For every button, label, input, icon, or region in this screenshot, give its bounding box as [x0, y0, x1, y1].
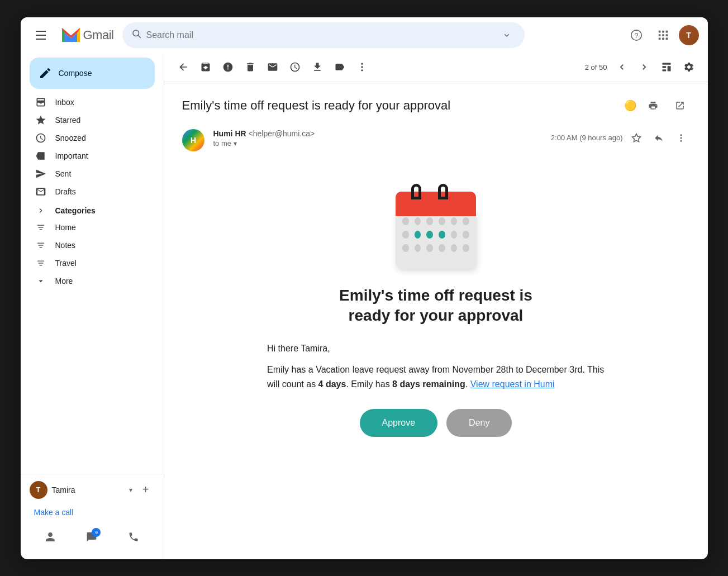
svg-point-15 — [361, 66, 363, 68]
external-link-button[interactable] — [670, 96, 690, 116]
sidebar-item-drafts[interactable]: Drafts — [21, 183, 155, 201]
print-button[interactable] — [643, 96, 663, 116]
snooze-button[interactable] — [285, 57, 305, 77]
sender-info: Humi HR <helper@humi.ca> to me ▾ — [213, 129, 542, 147]
search-dropdown-button[interactable] — [498, 26, 516, 44]
settings-button[interactable] — [679, 57, 699, 77]
svg-rect-4 — [658, 30, 660, 32]
search-input[interactable] — [146, 30, 493, 40]
search-icon — [131, 28, 141, 41]
menu-button[interactable] — [30, 24, 52, 46]
svg-rect-8 — [662, 34, 664, 36]
user-avatar-button[interactable]: T — [679, 25, 699, 45]
sender-avatar: H — [182, 129, 204, 151]
apps-button[interactable] — [652, 24, 674, 46]
svg-rect-19 — [662, 69, 666, 71]
add-account-button[interactable]: + — [137, 481, 155, 499]
svg-point-25 — [680, 137, 682, 139]
top-right-icons: ? T — [625, 24, 699, 46]
forward-arrow-icon: 🟡 — [624, 99, 636, 112]
more-actions-button[interactable] — [352, 57, 372, 77]
svg-point-26 — [680, 140, 682, 141]
svg-point-16 — [361, 69, 363, 71]
contacts-button[interactable] — [39, 526, 61, 548]
account-row: T Tamira ▾ + — [21, 479, 164, 501]
gmail-logo-text: Gmail — [83, 28, 114, 42]
travel-label-icon — [35, 258, 46, 269]
next-email-button[interactable] — [634, 57, 654, 77]
email-body: Emily's time off request is ready for yo… — [240, 165, 631, 473]
sidebar-item-snoozed[interactable]: Snoozed — [21, 129, 155, 147]
email-subject: Emily's time off request is ready for yo… — [182, 98, 617, 113]
help-button[interactable]: ? — [625, 24, 648, 46]
approve-button[interactable]: Approve — [360, 409, 438, 437]
search-bar — [122, 22, 525, 48]
account-avatar: T — [30, 481, 47, 499]
svg-rect-11 — [662, 37, 664, 40]
spam-button[interactable] — [218, 57, 238, 77]
sidebar-item-important[interactable]: Important — [21, 147, 155, 165]
svg-line-1 — [139, 35, 141, 37]
sidebar-item-inbox[interactable]: Inbox — [21, 93, 155, 111]
compose-plus-icon — [39, 66, 52, 80]
calendar-visual — [391, 183, 480, 272]
notes-label-icon — [35, 240, 46, 251]
top-bar: Gmail ? T — [21, 17, 708, 53]
svg-rect-18 — [662, 66, 666, 68]
mark-unread-button[interactable] — [263, 57, 283, 77]
email-timestamp: 2:00 AM (9 hours ago) — [551, 134, 623, 142]
calendar-illustration — [267, 183, 605, 272]
recipient-info: to me ▾ — [213, 139, 542, 147]
sidebar-item-travel[interactable]: Travel — [21, 254, 155, 272]
recipient-dropdown[interactable]: ▾ — [234, 140, 237, 147]
compose-button[interactable]: Compose — [30, 58, 155, 89]
make-call-button[interactable]: Make a call — [30, 503, 78, 521]
prev-email-button[interactable] — [612, 57, 632, 77]
view-request-link[interactable]: View request in Humi — [470, 379, 555, 389]
email-subject-row: Emily's time off request is ready for yo… — [182, 96, 690, 116]
bottom-panel: T Tamira ▾ + Make a call 9 — [21, 474, 164, 555]
sidebar-item-starred[interactable]: Starred — [21, 111, 155, 129]
svg-point-24 — [680, 134, 682, 136]
svg-marker-23 — [632, 134, 640, 141]
star-icon — [35, 115, 46, 126]
sidebar-item-more[interactable]: More — [21, 272, 155, 290]
action-buttons: Approve Deny — [267, 409, 605, 437]
more-expand-icon — [35, 275, 46, 287]
sent-label: Sent — [55, 169, 146, 178]
move-to-button[interactable] — [307, 57, 327, 77]
deny-button[interactable]: Deny — [446, 409, 512, 437]
sender-name: Humi HR — [213, 129, 246, 138]
chat-badge: 9 — [92, 528, 101, 537]
svg-text:?: ? — [634, 31, 638, 39]
call-button[interactable] — [122, 526, 145, 548]
travel-label: Travel — [55, 259, 146, 268]
reply-button[interactable] — [650, 129, 668, 147]
svg-rect-12 — [665, 37, 668, 40]
star-email-button[interactable] — [627, 129, 645, 147]
user-avatar: T — [679, 25, 699, 45]
archive-button[interactable] — [196, 57, 216, 77]
categories-section[interactable]: Categories — [21, 201, 164, 218]
back-button[interactable] — [173, 57, 193, 77]
email-view: Emily's time off request is ready for yo… — [164, 82, 708, 559]
sidebar: Compose Inbox Starred Snoozed — [21, 53, 164, 559]
svg-rect-20 — [667, 66, 670, 71]
home-label: Home — [55, 223, 146, 232]
delete-button[interactable] — [240, 57, 260, 77]
split-view-button[interactable] — [656, 57, 677, 77]
account-name: Tamira — [52, 485, 125, 494]
svg-point-14 — [361, 63, 363, 65]
sent-icon — [35, 168, 46, 179]
sidebar-item-sent[interactable]: Sent — [21, 165, 155, 183]
email-header: H Humi HR <helper@humi.ca> to me ▾ — [182, 129, 690, 151]
label-button[interactable] — [330, 57, 350, 77]
sidebar-item-home[interactable]: Home — [21, 218, 155, 236]
gmail-logo[interactable]: Gmail — [61, 27, 114, 43]
more-label: More — [55, 277, 146, 285]
sidebar-item-notes[interactable]: Notes — [21, 236, 155, 254]
chat-button[interactable]: 9 — [80, 526, 103, 548]
email-more-button[interactable] — [672, 129, 690, 147]
home-label-icon — [35, 222, 46, 233]
inbox-label: Inbox — [55, 98, 146, 107]
